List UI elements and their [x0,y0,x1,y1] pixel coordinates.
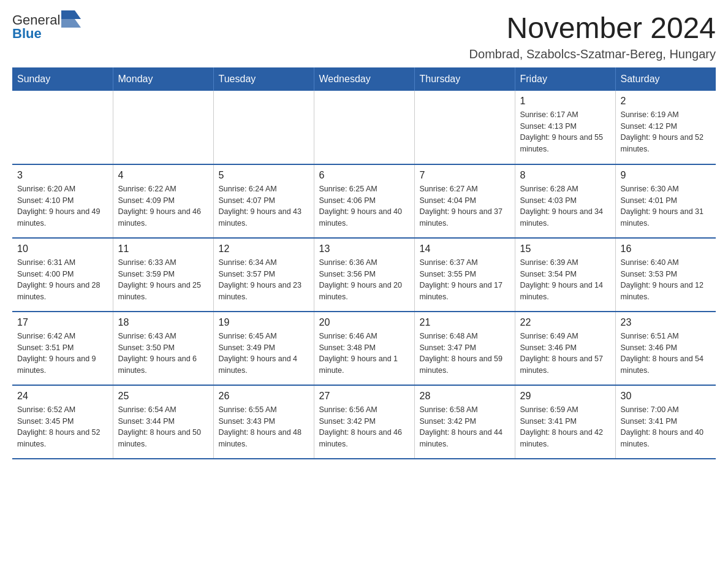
day-info: Sunrise: 6:48 AMSunset: 3:47 PMDaylight:… [420,331,510,377]
calendar-cell: 14Sunrise: 6:37 AMSunset: 3:55 PMDayligh… [414,238,515,312]
location-subtitle: Dombrad, Szabolcs-Szatmar-Bereg, Hungary [469,47,716,61]
calendar-cell: 13Sunrise: 6:36 AMSunset: 3:56 PMDayligh… [314,238,414,312]
calendar-week-row: 17Sunrise: 6:42 AMSunset: 3:51 PMDayligh… [12,312,716,385]
day-number: 3 [17,170,108,181]
calendar-cell: 15Sunrise: 6:39 AMSunset: 3:54 PMDayligh… [515,238,615,312]
day-number: 16 [621,243,711,255]
day-info: Sunrise: 6:36 AMSunset: 3:56 PMDaylight:… [319,257,409,303]
day-info: Sunrise: 6:56 AMSunset: 3:42 PMDaylight:… [319,404,409,450]
day-info: Sunrise: 6:51 AMSunset: 3:46 PMDaylight:… [621,331,711,377]
weekday-header-sunday: Sunday [12,67,113,91]
calendar-cell: 19Sunrise: 6:45 AMSunset: 3:49 PMDayligh… [213,312,314,385]
day-number: 1 [520,96,610,107]
calendar-cell: 8Sunrise: 6:28 AMSunset: 4:03 PMDaylight… [515,164,615,238]
day-info: Sunrise: 6:42 AMSunset: 3:51 PMDaylight:… [17,331,108,377]
day-info: Sunrise: 6:34 AMSunset: 3:57 PMDaylight:… [219,257,309,303]
day-number: 24 [17,391,108,402]
day-number: 23 [621,317,711,328]
day-info: Sunrise: 6:46 AMSunset: 3:48 PMDaylight:… [319,331,409,377]
day-number: 19 [219,317,309,328]
day-number: 8 [520,170,610,181]
day-number: 30 [621,391,711,402]
weekday-header-saturday: Saturday [615,67,716,91]
day-number: 21 [420,317,510,328]
day-info: Sunrise: 6:49 AMSunset: 3:46 PMDaylight:… [520,331,610,377]
day-number: 27 [319,391,409,402]
logo-blue-text: Blue [12,26,42,42]
day-info: Sunrise: 6:30 AMSunset: 4:01 PMDaylight:… [621,183,711,229]
day-info: Sunrise: 6:25 AMSunset: 4:06 PMDaylight:… [319,183,409,229]
day-number: 4 [118,170,208,181]
day-number: 11 [118,243,208,255]
weekday-header-thursday: Thursday [414,67,515,91]
calendar-body: 1Sunrise: 6:17 AMSunset: 4:13 PMDaylight… [12,91,716,459]
day-info: Sunrise: 6:22 AMSunset: 4:09 PMDaylight:… [118,183,208,229]
svg-marker-0 [61,10,81,19]
calendar-table: SundayMondayTuesdayWednesdayThursdayFrid… [12,67,716,459]
calendar-cell: 21Sunrise: 6:48 AMSunset: 3:47 PMDayligh… [414,312,515,385]
weekday-header-row: SundayMondayTuesdayWednesdayThursdayFrid… [12,67,716,91]
weekday-header-monday: Monday [113,67,213,91]
calendar-cell [12,91,113,164]
day-info: Sunrise: 6:19 AMSunset: 4:12 PMDaylight:… [621,109,711,155]
day-number: 29 [520,391,610,402]
calendar-cell: 23Sunrise: 6:51 AMSunset: 3:46 PMDayligh… [615,312,716,385]
day-number: 25 [118,391,208,402]
day-number: 14 [420,243,510,255]
day-number: 15 [520,243,610,255]
calendar-week-row: 24Sunrise: 6:52 AMSunset: 3:45 PMDayligh… [12,385,716,459]
day-info: Sunrise: 6:31 AMSunset: 4:00 PMDaylight:… [17,257,108,303]
svg-marker-1 [61,19,81,28]
calendar-week-row: 1Sunrise: 6:17 AMSunset: 4:13 PMDaylight… [12,91,716,164]
calendar-header: SundayMondayTuesdayWednesdayThursdayFrid… [12,67,716,91]
month-year-title: November 2024 [469,12,716,45]
calendar-cell: 28Sunrise: 6:58 AMSunset: 3:42 PMDayligh… [414,385,515,459]
day-info: Sunrise: 6:17 AMSunset: 4:13 PMDaylight:… [520,109,610,155]
calendar-cell: 5Sunrise: 6:24 AMSunset: 4:07 PMDaylight… [213,164,314,238]
day-number: 7 [420,170,510,181]
day-number: 2 [621,96,711,107]
weekday-header-friday: Friday [515,67,615,91]
logo: General Blue [12,12,81,42]
weekday-header-tuesday: Tuesday [213,67,314,91]
day-info: Sunrise: 7:00 AMSunset: 3:41 PMDaylight:… [621,404,711,450]
calendar-cell: 3Sunrise: 6:20 AMSunset: 4:10 PMDaylight… [12,164,113,238]
calendar-week-row: 10Sunrise: 6:31 AMSunset: 4:00 PMDayligh… [12,238,716,312]
day-info: Sunrise: 6:52 AMSunset: 3:45 PMDaylight:… [17,404,108,450]
calendar-cell: 30Sunrise: 7:00 AMSunset: 3:41 PMDayligh… [615,385,716,459]
day-number: 10 [17,243,108,255]
day-info: Sunrise: 6:55 AMSunset: 3:43 PMDaylight:… [219,404,309,450]
day-number: 20 [319,317,409,328]
day-info: Sunrise: 6:58 AMSunset: 3:42 PMDaylight:… [420,404,510,450]
calendar-cell: 4Sunrise: 6:22 AMSunset: 4:09 PMDaylight… [113,164,213,238]
calendar-cell: 27Sunrise: 6:56 AMSunset: 3:42 PMDayligh… [314,385,414,459]
calendar-cell: 25Sunrise: 6:54 AMSunset: 3:44 PMDayligh… [113,385,213,459]
day-number: 22 [520,317,610,328]
calendar-cell: 2Sunrise: 6:19 AMSunset: 4:12 PMDaylight… [615,91,716,164]
calendar-cell: 10Sunrise: 6:31 AMSunset: 4:00 PMDayligh… [12,238,113,312]
page-header: General Blue November 2024 Dombrad, Szab… [12,12,716,61]
calendar-cell: 9Sunrise: 6:30 AMSunset: 4:01 PMDaylight… [615,164,716,238]
day-info: Sunrise: 6:59 AMSunset: 3:41 PMDaylight:… [520,404,610,450]
day-number: 6 [319,170,409,181]
calendar-cell: 29Sunrise: 6:59 AMSunset: 3:41 PMDayligh… [515,385,615,459]
day-info: Sunrise: 6:27 AMSunset: 4:04 PMDaylight:… [420,183,510,229]
logo-flag-icon [61,10,81,28]
day-number: 13 [319,243,409,255]
day-number: 17 [17,317,108,328]
day-number: 12 [219,243,309,255]
calendar-week-row: 3Sunrise: 6:20 AMSunset: 4:10 PMDaylight… [12,164,716,238]
calendar-cell: 18Sunrise: 6:43 AMSunset: 3:50 PMDayligh… [113,312,213,385]
weekday-header-wednesday: Wednesday [314,67,414,91]
day-info: Sunrise: 6:43 AMSunset: 3:50 PMDaylight:… [118,331,208,377]
calendar-cell: 1Sunrise: 6:17 AMSunset: 4:13 PMDaylight… [515,91,615,164]
day-info: Sunrise: 6:45 AMSunset: 3:49 PMDaylight:… [219,331,309,377]
calendar-cell [414,91,515,164]
calendar-cell: 6Sunrise: 6:25 AMSunset: 4:06 PMDaylight… [314,164,414,238]
calendar-cell [213,91,314,164]
calendar-cell [113,91,213,164]
day-number: 26 [219,391,309,402]
calendar-cell [314,91,414,164]
day-info: Sunrise: 6:20 AMSunset: 4:10 PMDaylight:… [17,183,108,229]
calendar-cell: 24Sunrise: 6:52 AMSunset: 3:45 PMDayligh… [12,385,113,459]
